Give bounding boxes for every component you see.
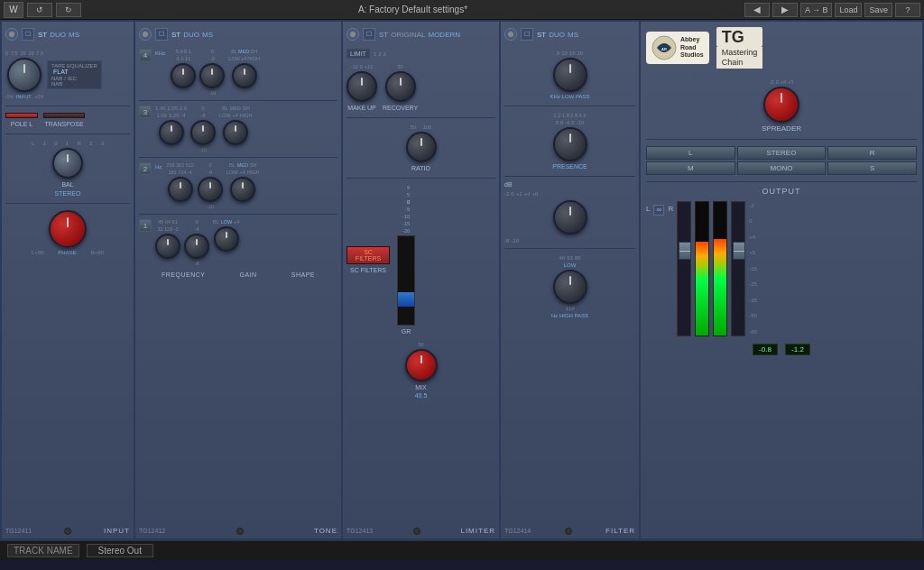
band-2-freq-knob[interactable] (168, 177, 193, 202)
gr-fader-handle[interactable] (398, 292, 414, 307)
transpose-section: TRANSPOSE (43, 113, 85, 127)
route-stereo-button[interactable]: STEREO (737, 146, 827, 160)
help-button[interactable]: ? (895, 3, 920, 17)
low-pass-label: KHz LOW PASS (550, 94, 590, 99)
filter-db-knob[interactable] (553, 200, 587, 234)
filter-module-header: ☐ ST DUO MS (504, 25, 635, 43)
limiter-power-button[interactable] (346, 28, 359, 41)
save-button[interactable]: Save (864, 3, 892, 17)
band-4-gain-knob[interactable] (199, 63, 225, 88)
sc-filters-section: SC FILTERS SC FILTERS (346, 246, 390, 273)
tone-footer: TG12412 TONE (139, 527, 337, 535)
limiter-original[interactable]: ORIGINAL (391, 31, 425, 39)
filter-power-button[interactable] (504, 28, 517, 41)
route-s-button[interactable]: S (827, 161, 917, 175)
tone-module-name: TONE (314, 527, 337, 535)
input-module-id: TG12411 (5, 528, 32, 534)
tone-power-button[interactable] (139, 28, 152, 41)
band-3-shape-knob[interactable] (223, 120, 248, 145)
output-right-fader-handle[interactable] (733, 242, 745, 260)
input-mode-ms[interactable]: MS (69, 31, 79, 39)
recovery-section: 50 RECOVERY (383, 64, 418, 111)
route-mono-button[interactable]: MONO (737, 161, 827, 175)
input-power-button[interactable] (5, 28, 18, 41)
mix-label: MIX (415, 384, 426, 391)
band-3-freq-knob[interactable] (159, 120, 184, 145)
gain-col-label: GAIN (240, 271, 257, 278)
band-4-shape-knob[interactable] (232, 63, 257, 88)
output-right-fader[interactable] (731, 201, 745, 336)
flat-selector[interactable]: FLAT (51, 69, 70, 75)
nav-fwd-button[interactable]: ▶ (772, 3, 798, 17)
module-master: AR Abbey Road Studios TG Mastering Chain (641, 22, 922, 538)
mix-knob[interactable] (405, 349, 438, 382)
undo-button[interactable]: ↺ (27, 3, 52, 17)
input-knob[interactable] (7, 58, 42, 92)
output-left-value: -0.8 (753, 344, 778, 355)
high-pass-knob[interactable] (553, 270, 587, 304)
input-copy-button[interactable]: ☐ (22, 28, 34, 41)
filter-mode-duo[interactable]: DUO (549, 31, 565, 39)
band-1-shape-knob[interactable] (214, 226, 239, 252)
transpose-button[interactable] (43, 113, 85, 118)
tone-led (236, 528, 244, 535)
band-4-freq-knob[interactable] (171, 63, 196, 88)
output-l-label: L (646, 205, 650, 213)
tone-mode-duo[interactable]: DUO (183, 31, 199, 39)
load-button[interactable]: Load (835, 3, 862, 17)
limiter-mode-st[interactable]: ST (379, 31, 388, 39)
band-2-gain-knob[interactable] (198, 177, 223, 202)
svg-text:AR: AR (661, 47, 667, 51)
spreader-knob[interactable] (763, 87, 799, 123)
output-left-meter (695, 201, 709, 336)
recovery-knob[interactable] (385, 71, 416, 102)
band-1-freq-knob[interactable] (155, 234, 180, 259)
bal-knob[interactable] (52, 148, 83, 179)
ratio-knob[interactable] (406, 132, 437, 162)
route-r-button[interactable]: R (827, 146, 917, 160)
ratio-section: 50 100 RATIO (346, 124, 495, 171)
input-mode-st[interactable]: ST (38, 31, 47, 39)
output-left-fader-handle[interactable] (679, 242, 691, 260)
filter-led (565, 528, 572, 535)
filter-mode-ms[interactable]: MS (568, 31, 578, 39)
limit-label: LIMIT (346, 49, 370, 59)
route-l-button[interactable]: L (646, 146, 735, 160)
band-4-gain: 0 -2 -16 (199, 49, 225, 96)
status-bar: TRACK NAME Stereo Out (0, 540, 924, 560)
nav-back-button[interactable]: ◀ (744, 3, 770, 17)
band-3-freq: 1.45 2.05 2.6 1.02 3.25 -4 (155, 106, 187, 145)
band-1-freq: 45 64 91 32 128 -2 (155, 219, 180, 259)
route-m-button[interactable]: M (646, 161, 735, 175)
plugin-body: ☐ ST DUO MS 0 7.5 15 15 7.5 (0, 20, 924, 540)
limiter-copy-button[interactable]: ☐ (363, 28, 375, 41)
iec-label[interactable]: IEC (68, 76, 77, 81)
pole-l-button[interactable] (5, 113, 38, 118)
tape-eq-section: TAPE EQUALIZER FLAT NAB / IEC NAB (47, 60, 102, 89)
input-mode-duo[interactable]: DUO (50, 31, 66, 39)
band-3-gain-knob[interactable] (190, 120, 216, 145)
filter-copy-button[interactable]: ☐ (521, 28, 533, 41)
tone-mode-st[interactable]: ST (171, 31, 180, 39)
tone-mode-ms[interactable]: MS (202, 31, 213, 39)
low-pass-knob[interactable] (553, 58, 587, 92)
sc-filters-button[interactable]: SC FILTERS (346, 246, 390, 264)
presence-knob[interactable] (553, 127, 587, 161)
makeup-knob[interactable] (346, 71, 377, 102)
high-pass-label: Hz HIGH PASS (551, 313, 588, 318)
input-mode-selector: ST DUO MS (38, 31, 79, 39)
input-knob-wrap (7, 58, 42, 92)
gr-meter-bar (397, 235, 415, 326)
filter-mode-st[interactable]: ST (537, 31, 546, 39)
phase-knob[interactable] (49, 210, 87, 248)
band-1-gain-knob[interactable] (184, 234, 209, 259)
ab-button[interactable]: A → B (800, 3, 833, 17)
band-2-shape-knob[interactable] (230, 177, 255, 202)
tone-copy-button[interactable]: ☐ (155, 28, 168, 41)
transpose-label: TRANSPOSE (44, 121, 83, 127)
redo-button[interactable]: ↻ (56, 3, 81, 17)
limiter-modern[interactable]: MODERN (428, 31, 460, 39)
left-meter-bar (696, 242, 708, 336)
link-button[interactable]: ∞ (653, 205, 664, 216)
output-left-fader[interactable] (677, 201, 691, 336)
